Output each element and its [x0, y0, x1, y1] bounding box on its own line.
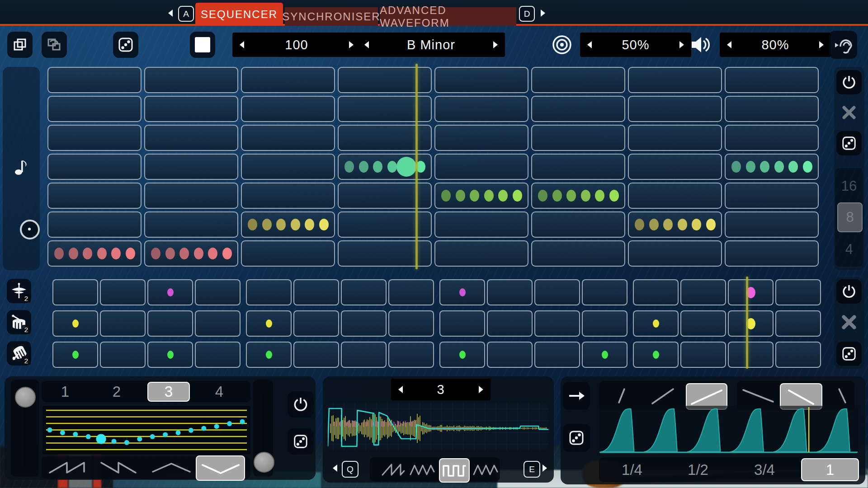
rhythm-cell[interactable] [728, 279, 774, 305]
rhythm-cell[interactable] [147, 342, 193, 368]
melody-cell[interactable] [241, 240, 335, 267]
mod-power-button[interactable] [288, 391, 314, 418]
melody-cell[interactable] [725, 240, 819, 267]
rhythm-cell[interactable] [293, 342, 339, 368]
slot-d-key[interactable]: D [519, 6, 535, 22]
slot-a-key[interactable]: A [178, 6, 194, 22]
wave-slot-stepper[interactable]: 3 [391, 379, 491, 400]
release-shallow-button[interactable] [741, 385, 777, 407]
rhythm-cell[interactable] [100, 310, 146, 337]
tempo-decrease-arrow[interactable] [240, 41, 244, 48]
rhythm-cell[interactable] [534, 279, 580, 305]
melody-cell[interactable] [531, 154, 625, 180]
melody-cell[interactable] [531, 96, 625, 122]
rhythm-cell[interactable] [341, 342, 387, 368]
track-snare-button[interactable]: 2 [7, 310, 31, 334]
rhythm-cell[interactable] [775, 310, 821, 337]
tempo-stepper[interactable]: 100 [232, 33, 361, 57]
rhythm-cell[interactable] [388, 279, 434, 305]
melody-cell[interactable] [241, 125, 335, 151]
melody-cell[interactable] [725, 183, 819, 209]
melody-cell[interactable] [434, 154, 528, 180]
melody-cell[interactable] [628, 183, 722, 209]
tabs-prev-arrow[interactable] [168, 9, 173, 17]
randomize-all-button[interactable] [113, 32, 138, 58]
mod-page-2[interactable]: 2 [103, 381, 130, 402]
rhythm-cell[interactable] [341, 279, 387, 305]
rhythm-cell[interactable] [582, 310, 627, 337]
copy-button[interactable] [7, 32, 33, 58]
tab-sequencer[interactable]: SEQUENCER [195, 3, 283, 26]
melody-cell[interactable] [47, 154, 142, 180]
melody-cell[interactable] [47, 96, 142, 122]
melody-cell[interactable] [531, 211, 625, 238]
melody-cell[interactable] [47, 183, 142, 209]
rhythm-cell[interactable] [582, 279, 627, 305]
rhythm-cell[interactable] [341, 310, 387, 337]
rhythm-cell[interactable] [680, 342, 726, 368]
melody-randomize-button[interactable] [836, 131, 862, 155]
melody-cell[interactable] [241, 67, 335, 93]
melody-cell[interactable] [628, 125, 722, 151]
track-hihat-button[interactable]: 2 [7, 279, 31, 303]
track-kick-button[interactable]: 2 [7, 341, 31, 366]
melody-cell[interactable] [531, 125, 625, 151]
melody-cell[interactable] [628, 67, 722, 93]
key-stepper[interactable]: B Minor [357, 33, 505, 57]
rhythm-cell[interactable] [728, 310, 774, 337]
melody-cell[interactable] [144, 240, 238, 267]
rhythm-cell[interactable] [195, 279, 241, 305]
rhythm-cell[interactable] [680, 279, 726, 305]
melody-cell[interactable] [241, 211, 335, 238]
wave-e-arrow[interactable] [542, 465, 547, 472]
melody-cell[interactable] [47, 211, 142, 238]
wave-slot-prev-arrow[interactable] [398, 386, 403, 393]
stop-button[interactable] [190, 32, 215, 58]
swing-increase-arrow[interactable] [679, 41, 684, 48]
wave-q-arrow[interactable] [333, 465, 337, 472]
mod-left-slider-knob[interactable] [15, 387, 36, 408]
rate-half[interactable]: 1/2 [678, 457, 718, 482]
melody-cell[interactable] [434, 125, 528, 151]
rhythm-cell[interactable] [293, 310, 339, 337]
melody-cell[interactable] [531, 183, 625, 209]
tab-synchroniser[interactable]: SYNCHRONISER [285, 7, 378, 26]
melody-cell[interactable] [628, 211, 722, 238]
shape-falling-saw-button[interactable] [99, 460, 140, 476]
listen-button[interactable] [829, 31, 857, 59]
tab-advanced-waveform[interactable]: ADVANCED WAVEFORM [380, 7, 516, 26]
rate-quarter[interactable]: 1/4 [612, 457, 652, 482]
rhythm-cell[interactable] [100, 279, 146, 305]
melody-cell[interactable] [241, 154, 335, 180]
release-steep-button[interactable] [831, 385, 854, 407]
rhythm-cell[interactable] [775, 342, 821, 368]
melody-cell[interactable] [725, 96, 819, 122]
melody-cell[interactable] [434, 96, 528, 122]
melody-cell[interactable] [628, 240, 722, 267]
rhythm-cell[interactable] [195, 342, 241, 368]
q-key[interactable]: Q [342, 461, 359, 478]
rhythm-cell[interactable] [52, 279, 98, 305]
melody-cell[interactable] [531, 67, 625, 93]
e-key[interactable]: E [524, 461, 540, 478]
wave-square-button-selected[interactable] [439, 458, 470, 483]
rhythm-cell[interactable] [439, 342, 485, 368]
mod-chart[interactable] [42, 406, 250, 454]
rhythm-cell[interactable] [534, 342, 580, 368]
rate-one-selected[interactable]: 1 [801, 458, 859, 481]
rhythm-cell[interactable] [487, 342, 533, 368]
mod-right-slider-knob[interactable] [254, 452, 274, 473]
attack-medium-button[interactable] [648, 385, 678, 407]
rhythm-cell[interactable] [633, 342, 679, 368]
rhythm-cell[interactable] [633, 279, 679, 305]
rhythm-cell[interactable] [775, 279, 821, 305]
shape-triangle-up-button[interactable] [151, 460, 192, 476]
volume-increase-arrow[interactable] [819, 41, 824, 48]
melody-cell[interactable] [434, 240, 528, 267]
rhythm-cell[interactable] [52, 310, 98, 337]
mod-left-slider-track[interactable] [24, 407, 26, 468]
rhythm-power-button[interactable] [836, 279, 862, 304]
rhythm-cell[interactable] [293, 279, 339, 305]
rhythm-randomize-button[interactable] [836, 342, 862, 366]
volume-stepper[interactable]: 80% [720, 33, 831, 57]
